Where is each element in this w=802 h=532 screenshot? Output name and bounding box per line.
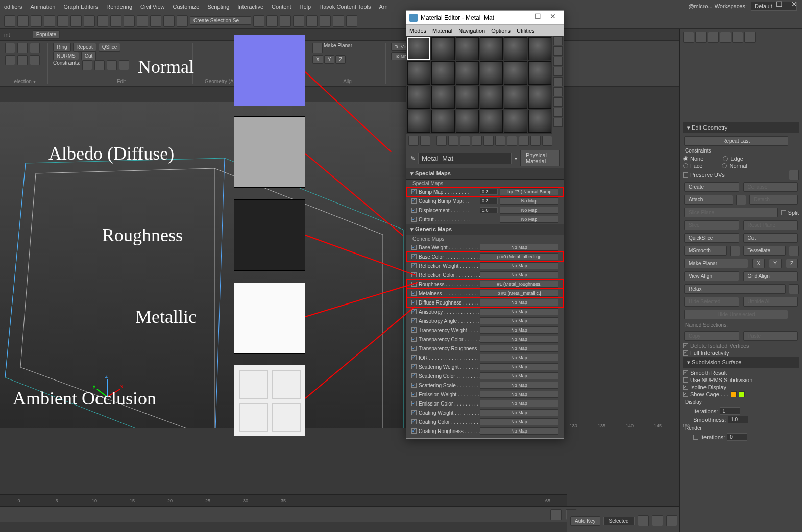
base-weight-check[interactable] (411, 245, 417, 250)
repeat-last-button[interactable]: Repeat Last (684, 136, 788, 146)
sample-slot-5[interactable] (528, 37, 551, 60)
assign-icon[interactable] (436, 136, 447, 146)
menu-customize[interactable]: Customize (173, 4, 200, 10)
display-tab-icon[interactable] (732, 32, 743, 43)
pick-icon[interactable]: ✎ (410, 155, 415, 162)
grid-align-button[interactable]: Grid Align (743, 271, 798, 281)
emission-weight-check[interactable] (411, 392, 417, 397)
scatter-weight-check[interactable] (411, 364, 417, 369)
emission-weight-button[interactable]: No Map (480, 391, 558, 398)
keymode-dropdown[interactable]: Selected (603, 517, 635, 525)
scatter-weight-button[interactable]: No Map (480, 363, 558, 370)
bind-icon[interactable] (57, 15, 68, 27)
attach-list-icon[interactable] (736, 195, 746, 205)
coat-weight-check[interactable] (411, 410, 417, 415)
menu-animation[interactable]: Animation (30, 4, 55, 10)
sample-slot-2[interactable] (456, 37, 479, 60)
rotate-icon[interactable] (137, 15, 148, 27)
vertex-select-icon[interactable] (17, 43, 28, 53)
sample-slot-12[interactable] (407, 86, 430, 109)
me-menu-material[interactable]: Material (432, 28, 452, 34)
link-icon[interactable] (31, 15, 42, 27)
sample-type-icon[interactable] (553, 36, 563, 45)
menu-help[interactable]: Help (300, 4, 311, 10)
get-material-icon[interactable] (408, 136, 419, 146)
menu-modifiers[interactable]: odifiers (4, 4, 22, 10)
ring-button[interactable]: Ring (53, 43, 71, 52)
next-key-icon[interactable] (666, 515, 677, 526)
trans-rough-check[interactable] (411, 346, 417, 351)
sample-slot-4[interactable] (504, 37, 527, 60)
split-check[interactable] (781, 210, 786, 215)
planar-x[interactable]: X (752, 259, 765, 268)
menu-rendering[interactable]: Rendering (106, 4, 132, 10)
planar-y-button[interactable]: Y (324, 55, 335, 64)
align-icon[interactable] (266, 15, 278, 27)
make-unique-icon[interactable] (472, 136, 482, 146)
delete-iso-check[interactable] (683, 343, 688, 348)
menu-civil-view[interactable]: Civil View (140, 4, 164, 10)
coating-bump-button[interactable]: No Map (500, 197, 558, 205)
unlink-icon[interactable] (44, 15, 55, 27)
coat-rough-button[interactable]: No Map (480, 427, 558, 435)
diff-rough-button[interactable]: No Map (480, 299, 558, 306)
refl-color-button[interactable]: No Map (480, 271, 558, 278)
quickslice-button[interactable]: QuickSlice (684, 233, 739, 243)
coating-bump-check[interactable] (411, 198, 417, 204)
sample-slot-11[interactable] (528, 61, 551, 84)
refl-weight-check[interactable] (411, 263, 417, 268)
mirror-icon[interactable] (253, 15, 264, 27)
trans-color-button[interactable]: No Map (480, 336, 558, 343)
make-planar-icon[interactable] (312, 43, 323, 53)
me-menu-options[interactable]: Options (491, 28, 511, 34)
slice-button[interactable]: Slice (684, 220, 739, 230)
sample-slot-9[interactable] (480, 61, 503, 84)
special-maps-rollout[interactable]: ▾ Special Maps (406, 168, 564, 180)
motion-tab-icon[interactable] (720, 32, 731, 43)
emission-color-check[interactable] (411, 401, 417, 406)
menu-content[interactable]: Content (272, 4, 291, 10)
unhide-all-button[interactable]: Unhide All (743, 297, 798, 307)
view-align-button[interactable]: View Align (684, 271, 739, 281)
msmooth-settings-icon[interactable] (730, 246, 740, 256)
hide-selected-button[interactable]: Hide Selected (684, 297, 739, 307)
coat-weight-button[interactable]: No Map (480, 409, 558, 416)
tessellate-button[interactable]: Tessellate (743, 246, 786, 256)
app-minimize[interactable]: — (756, 0, 771, 11)
bump-button[interactable]: lap #7 ( Normal Bump (500, 188, 558, 195)
detach-button[interactable]: Detach (749, 195, 798, 205)
full-interactivity-check[interactable] (683, 350, 688, 356)
selection-set-dropdown[interactable]: Create Selection Se (190, 16, 251, 25)
relax-settings-icon[interactable] (789, 284, 799, 294)
sample-slot-17[interactable] (528, 86, 551, 109)
constraint-none-icon[interactable] (82, 60, 92, 70)
render-setup-icon[interactable] (333, 15, 344, 27)
displacement-check[interactable] (411, 208, 417, 213)
displacement-spinner[interactable]: 1.0 (480, 207, 498, 213)
metalness-check[interactable] (411, 291, 417, 296)
poly-select-icon[interactable] (5, 43, 15, 53)
me-menu-navigation[interactable]: Navigation (458, 28, 485, 34)
layer-icon[interactable] (280, 15, 291, 27)
material-type-button[interactable]: Physical Material (520, 150, 560, 166)
emission-color-button[interactable]: No Map (480, 400, 558, 407)
show-end-result-icon[interactable] (519, 136, 529, 146)
reset-icon[interactable] (448, 136, 458, 146)
constraint-face-icon[interactable] (107, 60, 117, 70)
border-select-icon[interactable] (5, 55, 15, 65)
cage-color-1[interactable] (731, 391, 737, 397)
attach-button[interactable]: Attach (684, 195, 733, 205)
planar-y[interactable]: Y (769, 259, 782, 268)
subdivision-header[interactable]: ▾ Subdivision Surface (683, 357, 799, 368)
edge-select-icon[interactable] (30, 43, 40, 53)
preview-icon[interactable] (553, 87, 563, 96)
edit-geometry-header[interactable]: ▾ Edit Geometry (683, 122, 799, 133)
constraint-normal-icon[interactable] (119, 60, 129, 70)
ior-button[interactable]: No Map (480, 354, 558, 361)
sample-slot-8[interactable] (456, 61, 479, 84)
anisotropy-check[interactable] (411, 309, 417, 314)
coating-bump-spinner[interactable]: 0.3 (480, 198, 498, 204)
sample-slot-14[interactable] (456, 86, 479, 109)
me-menu-utilities[interactable]: Utilities (517, 28, 534, 34)
tessellate-settings-icon[interactable] (789, 246, 799, 256)
